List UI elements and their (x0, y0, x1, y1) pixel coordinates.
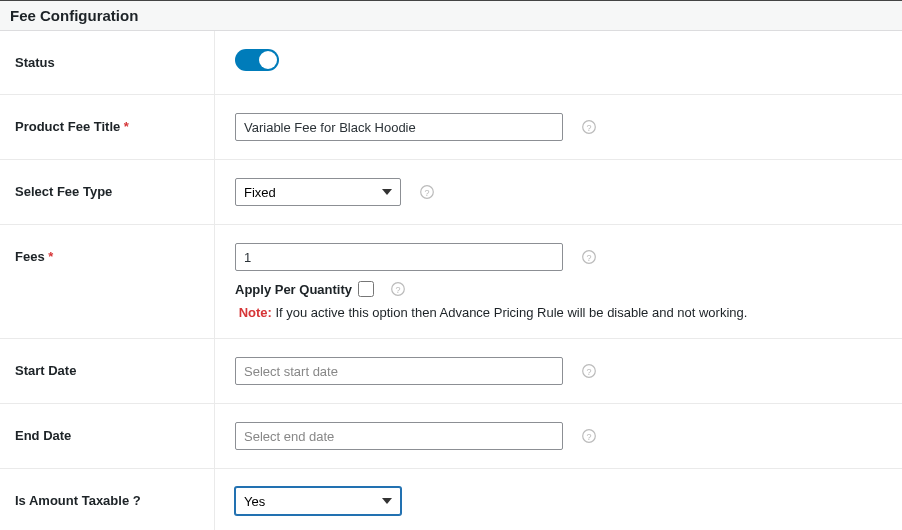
label-start-date: Start Date (0, 339, 215, 403)
label-fees: Fees * (0, 225, 215, 338)
required-asterisk: * (124, 119, 129, 134)
help-icon[interactable]: ? (419, 184, 435, 200)
fees-input[interactable] (235, 243, 563, 271)
label-text: Product Fee Title (15, 119, 120, 134)
section-header: Fee Configuration (0, 0, 902, 31)
row-end-date: End Date ? (0, 404, 902, 469)
section-title: Fee Configuration (10, 7, 892, 24)
apply-per-qty-label: Apply Per Quantity (235, 282, 352, 297)
help-icon[interactable]: ? (581, 428, 597, 444)
help-icon[interactable]: ? (581, 119, 597, 135)
row-product-fee-title: Product Fee Title * ? (0, 95, 902, 160)
taxable-select[interactable]: Yes (235, 487, 401, 515)
end-date-input[interactable] (235, 422, 563, 450)
help-icon[interactable]: ? (581, 249, 597, 265)
row-start-date: Start Date ? (0, 339, 902, 404)
label-text: Fees (15, 249, 45, 264)
label-product-fee-title: Product Fee Title * (0, 95, 215, 159)
row-select-fee-type: Select Fee Type Fixed ? (0, 160, 902, 225)
status-toggle[interactable] (235, 49, 279, 71)
fee-type-select[interactable]: Fixed (235, 178, 401, 206)
label-status: Status (0, 31, 215, 94)
svg-text:?: ? (396, 285, 401, 295)
fee-config-form: Status Product Fee Title * ? Select Fee (0, 31, 902, 530)
apply-per-qty-checkbox[interactable] (358, 281, 374, 297)
row-fees: Fees * ? Apply Per Quantity ? Note: If y… (0, 225, 902, 339)
help-icon[interactable]: ? (581, 363, 597, 379)
row-taxable: Is Amount Taxable ? Yes (0, 469, 902, 530)
required-asterisk: * (48, 249, 53, 264)
row-status: Status (0, 31, 902, 95)
help-icon[interactable]: ? (390, 281, 406, 297)
label-select-fee-type: Select Fee Type (0, 160, 215, 224)
svg-text:?: ? (586, 432, 591, 442)
product-fee-title-input[interactable] (235, 113, 563, 141)
note-label: Note: (239, 305, 272, 320)
start-date-input[interactable] (235, 357, 563, 385)
svg-text:?: ? (586, 123, 591, 133)
toggle-knob (259, 51, 277, 69)
note-line: Note: If you active this option then Adv… (235, 305, 747, 320)
svg-text:?: ? (586, 367, 591, 377)
label-end-date: End Date (0, 404, 215, 468)
label-taxable: Is Amount Taxable ? (0, 469, 215, 530)
note-text: If you active this option then Advance P… (272, 305, 748, 320)
svg-text:?: ? (424, 188, 429, 198)
svg-text:?: ? (586, 253, 591, 263)
